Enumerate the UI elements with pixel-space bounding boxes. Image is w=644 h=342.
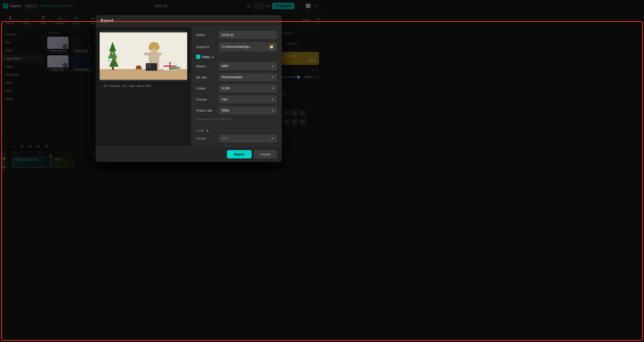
svg-rect-1 bbox=[100, 69, 187, 80]
audio-section: Audio ▲ Format WAV ▼ bbox=[196, 126, 277, 142]
export-dialog-header: Export bbox=[96, 15, 282, 27]
svg-point-7 bbox=[112, 53, 113, 54]
svg-point-10 bbox=[110, 58, 112, 59]
export-preview: 🎞 Duration: 24s | Size: about 14M bbox=[96, 27, 191, 146]
export-dialog-overlay: Export bbox=[0, 0, 322, 171]
audio-format-value: WAV bbox=[222, 137, 228, 140]
audio-section-label: Audio bbox=[196, 129, 205, 132]
svg-rect-20 bbox=[144, 53, 149, 55]
svg-rect-24 bbox=[164, 66, 177, 67]
export-path-text: C:/Users/Admin/App... bbox=[222, 45, 252, 49]
resolution-row: Resol... 480P ▼ bbox=[196, 62, 277, 70]
name-label: Name bbox=[196, 33, 219, 37]
audio-collapse-btn[interactable]: ▲ bbox=[206, 129, 209, 132]
video-section-label: Video bbox=[202, 55, 210, 59]
svg-point-13 bbox=[113, 60, 115, 62]
resolution-arrow: ▼ bbox=[271, 65, 274, 68]
format-value: mp4 bbox=[222, 98, 227, 101]
export-footer-info: 🎞 Duration: 24s | Size: about 14M bbox=[100, 81, 187, 91]
film-icon: 🎞 bbox=[104, 84, 107, 88]
format-select[interactable]: mp4 ▼ bbox=[219, 96, 277, 103]
export-dialog-footer: Export Cancel bbox=[96, 146, 282, 162]
svg-rect-21 bbox=[156, 53, 162, 55]
svg-point-26 bbox=[147, 64, 148, 66]
resolution-value: 480P bbox=[222, 64, 229, 68]
svg-point-11 bbox=[115, 59, 117, 60]
export-duration-size: Duration: 24s | Size: about 14M bbox=[109, 84, 151, 88]
export-to-row: Export to C:/Users/Admin/App... 📁 bbox=[196, 42, 277, 51]
export-dialog: Export bbox=[96, 15, 282, 162]
svg-point-33 bbox=[175, 67, 181, 69]
codec-value: H.264 bbox=[222, 87, 230, 90]
format-row: Format mp4 ▼ bbox=[196, 96, 277, 103]
svg-point-17 bbox=[149, 45, 152, 50]
svg-point-14 bbox=[117, 62, 118, 64]
video-section-header: ✓ Video ▲ bbox=[196, 55, 277, 59]
codec-label: Codec bbox=[196, 87, 219, 90]
framerate-select[interactable]: 30fps ▼ bbox=[219, 107, 277, 114]
bitrate-value: Recommended bbox=[222, 75, 242, 79]
codec-row: Codec H.264 ▼ bbox=[196, 84, 277, 92]
export-confirm-button[interactable]: Export bbox=[227, 150, 251, 158]
name-input[interactable] bbox=[219, 31, 277, 39]
export-dialog-body: 🎞 Duration: 24s | Size: about 14M Name E… bbox=[96, 27, 282, 146]
format-label: Format bbox=[196, 98, 219, 101]
framerate-row: Frame rate 30fps ▼ bbox=[196, 107, 277, 114]
bitrate-arrow: ▼ bbox=[271, 76, 274, 79]
svg-rect-5 bbox=[112, 67, 114, 70]
color-space-info: Color space: SDR - Rec.709 bbox=[196, 118, 277, 121]
bitrate-label: Bit rate bbox=[196, 75, 219, 79]
export-preview-image bbox=[100, 31, 187, 81]
audio-section-header: Audio ▲ bbox=[196, 129, 277, 132]
export-path-field[interactable]: C:/Users/Admin/App... 📁 bbox=[219, 42, 277, 51]
export-dialog-title: Export bbox=[101, 19, 113, 23]
format-arrow: ▼ bbox=[271, 98, 274, 101]
resolution-select[interactable]: 480P ▼ bbox=[219, 62, 277, 70]
audio-format-select[interactable]: WAV ▼ bbox=[219, 135, 277, 142]
export-to-label: Export to bbox=[196, 45, 219, 49]
resolution-label: Resol... bbox=[196, 64, 219, 68]
svg-point-6 bbox=[110, 54, 111, 56]
audio-format-label: Format bbox=[196, 137, 219, 140]
audio-format-arrow: ▼ bbox=[271, 137, 274, 140]
name-row: Name bbox=[196, 31, 277, 39]
svg-point-28 bbox=[147, 66, 148, 68]
svg-point-29 bbox=[149, 66, 150, 68]
audio-format-row: Format WAV ▼ bbox=[196, 135, 277, 142]
svg-point-18 bbox=[156, 45, 159, 50]
svg-point-9 bbox=[113, 57, 115, 58]
svg-rect-31 bbox=[136, 67, 142, 69]
svg-point-8 bbox=[115, 54, 116, 56]
codec-arrow: ▼ bbox=[271, 87, 274, 90]
svg-point-12 bbox=[108, 60, 110, 62]
framerate-value: 30fps bbox=[222, 109, 229, 112]
video-collapse-btn[interactable]: ▲ bbox=[212, 55, 215, 59]
export-cancel-button[interactable]: Cancel bbox=[254, 150, 277, 158]
svg-point-27 bbox=[149, 64, 150, 66]
framerate-arrow: ▼ bbox=[271, 109, 274, 112]
framerate-label: Frame rate bbox=[196, 109, 219, 112]
codec-select[interactable]: H.264 ▼ bbox=[219, 84, 277, 92]
video-checkbox[interactable]: ✓ bbox=[196, 55, 200, 59]
bitrate-select[interactable]: Recommended ▼ bbox=[219, 73, 277, 81]
folder-browse-icon[interactable]: 📁 bbox=[269, 44, 274, 49]
bitrate-row: Bit rate Recommended ▼ bbox=[196, 73, 277, 81]
export-form: Name Export to C:/Users/Admin/App... 📁 ✓… bbox=[191, 27, 282, 146]
